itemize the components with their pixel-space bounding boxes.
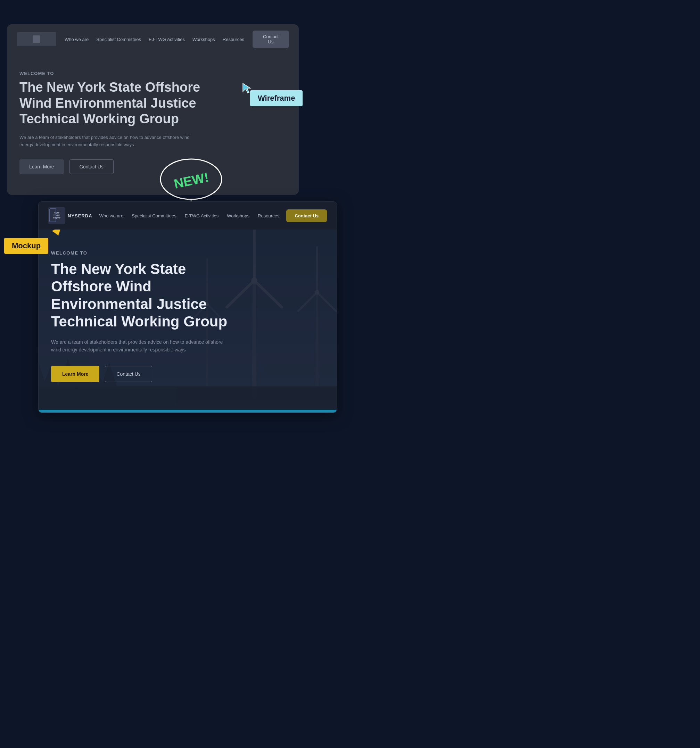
mockup-navbar: NEW YORK STATE NYSERDA Who we are Specia… [38,202,336,230]
svg-text:NEW: NEW [54,211,60,214]
mockup-contact-us-button[interactable]: Contact Us [105,366,152,382]
wireframe-logo [17,32,56,46]
mockup-nav-workshops[interactable]: Workshops [227,213,250,219]
wireframe-nav-links: Who we are Specialist Committees EJ-TWG … [65,37,244,42]
wireframe-cta-buttons: Learn More Contact Us [20,160,286,174]
mockup-nav-ej-twg-activities[interactable]: E-TWG Activities [185,213,219,219]
mockup-nav-who-we-are[interactable]: Who we are [99,213,123,219]
nav-workshops[interactable]: Workshops [192,37,215,42]
wireframe-hero: WELCOME TO The New York State Offshore W… [7,54,299,195]
mockup-section: NEW YORK STATE NYSERDA Who we are Specia… [38,201,337,413]
wireframe-welcome-text: WELCOME TO [20,71,286,76]
mockup-description: We are a team of stakeholders that provi… [51,338,228,354]
mockup-contact-button[interactable]: Contact Us [286,210,327,222]
wireframe-description: We are a team of stakeholders that provi… [20,134,193,149]
wireframe-contact-button[interactable]: Contact Us [253,30,289,48]
svg-rect-26 [38,386,336,410]
nav-who-we-are[interactable]: Who we are [65,37,88,42]
svg-text:NEW!: NEW! [173,170,210,192]
svg-text:STATE: STATE [53,217,61,219]
mockup-welcome-text: WELCOME TO [51,250,324,255]
mockup-cta-buttons: Learn More Contact Us [51,366,324,382]
wireframe-navbar: Who we are Specialist Committees EJ-TWG … [7,24,299,54]
nyserda-logo-icon: NEW YORK STATE [48,207,65,224]
logo-icon-placeholder [33,35,40,43]
mockup-label-badge: Mockup [4,238,48,254]
mockup-hero-content: WELCOME TO The New York State Offshore W… [51,250,324,382]
mockup-nav-links: Who we are Specialist Committees E-TWG A… [99,213,280,219]
new-annotation: NEW! [156,152,226,202]
nav-resources[interactable]: Resources [223,37,244,42]
wireframe-learn-more-button[interactable]: Learn More [20,160,64,174]
svg-text:YORK: YORK [53,214,60,217]
mockup-logo-text: NYSERDA [68,213,93,219]
mockup-learn-more-button[interactable]: Learn More [51,366,99,382]
mockup-page-title: The New York State Offshore Wind Environ… [51,260,246,331]
wireframe-contact-us-button[interactable]: Contact Us [70,160,114,174]
wireframe-page-title: The New York State Offshore Wind Environ… [20,79,214,127]
mockup-logo: NEW YORK STATE NYSERDA [48,207,93,224]
mockup-nav-resources[interactable]: Resources [258,213,279,219]
mockup-bottom-bar [38,410,336,412]
svg-marker-0 [243,84,251,93]
wireframe-section: Who we are Specialist Committees EJ-TWG … [7,24,299,195]
mockup-hero-section: WELCOME TO The New York State Offshore W… [38,230,336,410]
wireframe-label-badge: Wireframe [250,90,303,106]
nav-specialist-committees[interactable]: Specialist Committees [96,37,141,42]
mockup-nav-specialist-committees[interactable]: Specialist Committees [132,213,177,219]
nav-ej-twg-activities[interactable]: EJ-TWG Activities [149,37,185,42]
